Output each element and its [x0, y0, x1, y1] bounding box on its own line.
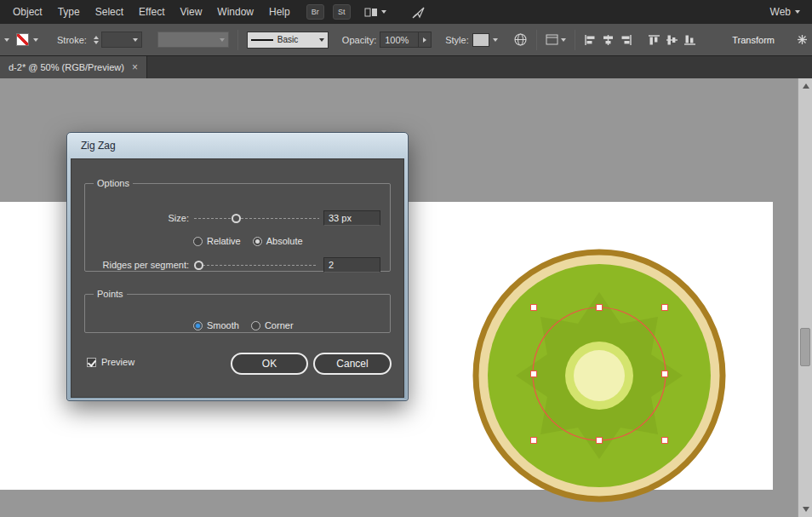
preview-label: Preview [101, 357, 134, 367]
points-row: Smooth Corner [193, 317, 390, 334]
brush-definition-dropdown[interactable] [157, 32, 229, 48]
selection-handle[interactable] [531, 305, 537, 311]
radio-circle-icon [193, 321, 203, 330]
cancel-button[interactable]: Cancel [313, 353, 392, 375]
arrange-documents-button[interactable] [364, 7, 386, 18]
chevron-down-icon [133, 38, 138, 42]
selection-handle[interactable] [531, 438, 537, 444]
stroke-weight-dropdown[interactable] [101, 32, 142, 48]
selection-handle[interactable] [597, 305, 603, 311]
kiwi-core-circle [574, 350, 625, 401]
smooth-radio[interactable]: Smooth [193, 320, 239, 330]
selection-handle[interactable] [662, 438, 668, 444]
menu-select[interactable]: Select [88, 6, 131, 18]
absolute-radio[interactable]: Absolute [253, 236, 303, 246]
opacity-input[interactable]: 100% [380, 32, 419, 48]
opacity-label: Opacity: [342, 35, 376, 45]
radio-circle-icon [193, 237, 203, 246]
close-icon[interactable]: × [132, 61, 138, 73]
align-center-vertical-icon[interactable] [666, 34, 678, 46]
align-buttons [584, 34, 696, 46]
divider [575, 30, 575, 50]
variable-width-profile-dropdown[interactable]: Basic [247, 32, 329, 49]
preview-checkbox[interactable]: Preview [87, 357, 134, 367]
chevron-down-icon[interactable] [493, 38, 498, 42]
scroll-up-icon[interactable] [803, 83, 809, 89]
selection-handle[interactable] [597, 438, 603, 444]
arrange-documents-icon [364, 7, 378, 18]
scroll-down-icon[interactable] [803, 507, 809, 512]
menu-help[interactable]: Help [261, 6, 298, 18]
corner-label: Corner [265, 320, 294, 330]
selection-handle[interactable] [662, 305, 668, 311]
panel-icon [546, 34, 558, 45]
selection-handle[interactable] [531, 371, 537, 377]
ridges-row: Ridges per segment: 2 [85, 256, 390, 273]
relative-radio[interactable]: Relative [193, 236, 241, 246]
radio-circle-icon [253, 237, 262, 246]
kiwi-artwork [463, 239, 735, 512]
document-tab-title: d-2* @ 50% (RGB/Preview) [9, 62, 124, 72]
chevron-down-icon[interactable] [33, 38, 38, 42]
document-tab-bar: d-2* @ 50% (RGB/Preview) × [0, 56, 812, 78]
zigzag-dialog: Zig Zag Options Size: 33 px Relative [66, 132, 409, 401]
align-right-icon[interactable] [620, 34, 632, 46]
graphic-style-swatch[interactable] [472, 33, 489, 47]
scrollbar-thumb[interactable] [800, 328, 810, 366]
style-label: Style: [445, 35, 469, 45]
workspace-label: Web [770, 6, 791, 18]
size-slider[interactable] [194, 212, 319, 224]
bridge-icon[interactable]: Br [306, 4, 324, 20]
preferences-button[interactable] [546, 34, 566, 45]
size-slider-track [194, 218, 319, 219]
menu-window[interactable]: Window [209, 6, 261, 18]
divider [536, 30, 537, 50]
chevron-down-icon[interactable] [4, 38, 9, 42]
control-bar: Stroke: Basic Opacity: 100% Style: [0, 24, 812, 56]
absolute-label: Absolute [266, 236, 303, 246]
panel-options-icon[interactable] [797, 34, 808, 45]
menu-type[interactable]: Type [50, 6, 88, 18]
size-input[interactable]: 33 px [323, 210, 380, 226]
dialog-titlebar[interactable]: Zig Zag [71, 133, 404, 158]
smooth-label: Smooth [207, 320, 239, 330]
points-group: Points Smooth Corner [84, 289, 391, 333]
opacity-options-button[interactable] [419, 32, 432, 48]
ridges-slider-handle[interactable] [194, 261, 203, 270]
points-legend: Points [94, 289, 127, 299]
document-setup-button[interactable] [513, 32, 528, 47]
chevron-down-icon [561, 38, 566, 42]
align-top-icon[interactable] [648, 34, 660, 46]
menu-object[interactable]: Object [5, 6, 50, 18]
selection-handle[interactable] [662, 371, 668, 377]
stroke-label: Stroke: [57, 35, 87, 45]
ridges-input[interactable]: 2 [323, 257, 380, 273]
menu-view[interactable]: View [173, 6, 210, 18]
menu-effect[interactable]: Effect [131, 6, 172, 18]
ridges-slider[interactable] [194, 259, 317, 271]
chevron-up-icon [94, 36, 99, 39]
ridges-label: Ridges per segment: [85, 260, 189, 270]
transform-link[interactable]: Transform [732, 35, 775, 45]
share-button[interactable] [412, 6, 426, 19]
size-row: Size: 33 px [85, 210, 390, 227]
align-center-horizontal-icon[interactable] [602, 34, 615, 46]
vertical-scrollbar[interactable] [798, 78, 812, 517]
fill-color-swatch[interactable] [16, 33, 29, 46]
stroke-weight-stepper[interactable] [94, 36, 99, 44]
workspace-switcher[interactable]: Web [770, 6, 807, 18]
ok-button[interactable]: OK [231, 353, 308, 375]
stock-icon[interactable]: St [333, 4, 351, 20]
size-slider-handle[interactable] [232, 214, 241, 223]
divider [237, 30, 238, 50]
corner-radio[interactable]: Corner [251, 320, 294, 330]
chevron-right-icon [423, 37, 426, 43]
document-tab[interactable]: d-2* @ 50% (RGB/Preview) × [0, 56, 147, 78]
canvas-area[interactable]: Zig Zag Options Size: 33 px Relative [0, 78, 812, 517]
align-bottom-icon[interactable] [683, 34, 696, 46]
ridges-slider-track [194, 265, 317, 266]
align-left-icon[interactable] [584, 34, 597, 46]
size-mode-row: Relative Absolute [193, 233, 390, 250]
dialog-body: Options Size: 33 px Relative [71, 158, 404, 398]
dialog-title: Zig Zag [81, 140, 116, 152]
